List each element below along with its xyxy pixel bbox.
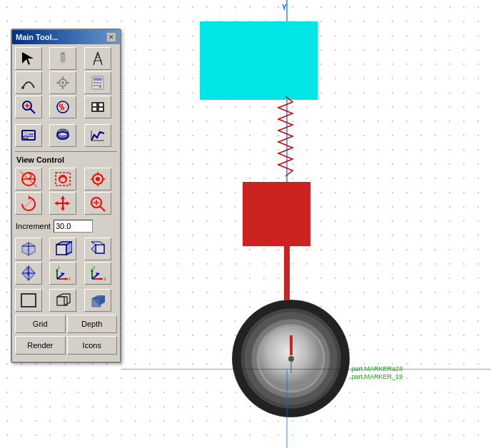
- toolbar-close-button[interactable]: ✕: [106, 32, 116, 42]
- v-axis-bottom: [286, 369, 288, 448]
- increment-label: Increment: [16, 222, 51, 230]
- cube-outline-button[interactable]: [49, 289, 76, 312]
- red-block: [243, 182, 310, 246]
- render-icons-row: Render Icons: [12, 335, 120, 356]
- monitor-tool-button[interactable]: [15, 124, 42, 147]
- spring-tool-button[interactable]: [49, 96, 76, 118]
- svg-rect-60: [56, 173, 70, 185]
- pencil-tool-button[interactable]: [49, 47, 76, 70]
- calculator-tool-button[interactable]: [84, 71, 111, 94]
- svg-marker-73: [61, 208, 65, 210]
- svg-marker-75: [66, 201, 69, 205]
- baseline: [121, 369, 491, 370]
- svg-rect-28: [66, 82, 69, 83]
- zoom-fit-button[interactable]: [84, 192, 111, 215]
- box-view-button[interactable]: [49, 238, 76, 260]
- svg-rect-110: [21, 294, 36, 307]
- svg-marker-97: [65, 278, 68, 280]
- rotate-y-button[interactable]: [49, 168, 76, 190]
- blue-cube-button[interactable]: [84, 289, 111, 312]
- grid-button[interactable]: Grid: [15, 315, 66, 333]
- view-control-label: View Control: [12, 153, 120, 165]
- svg-text:3: 3: [103, 277, 106, 281]
- corner-view-button[interactable]: [84, 238, 111, 260]
- svg-text:1: 1: [58, 265, 61, 270]
- 3d-view-row: X 3 1 1 3: [12, 235, 120, 287]
- svg-text:X: X: [26, 270, 31, 277]
- svg-line-38: [30, 108, 35, 113]
- svg-marker-105: [100, 278, 103, 280]
- svg-rect-111: [57, 297, 67, 305]
- cyan-block: [200, 21, 318, 100]
- rotate-z-button[interactable]: [15, 192, 42, 215]
- svg-rect-48: [24, 132, 28, 136]
- marker-label-1: .part.MARKERa23: [350, 365, 403, 372]
- square-outline-button[interactable]: [15, 289, 42, 312]
- increment-input[interactable]: [54, 220, 93, 233]
- pan-button[interactable]: [49, 192, 76, 215]
- tool-row-1: [12, 44, 120, 121]
- svg-rect-83: [56, 245, 66, 255]
- coil-tool-button[interactable]: [49, 124, 76, 147]
- svg-point-63: [96, 177, 100, 181]
- svg-rect-30: [93, 78, 102, 81]
- toolbar-title: Main Tool...: [16, 33, 59, 41]
- svg-line-18: [93, 52, 98, 65]
- svg-line-69: [23, 198, 34, 208]
- svg-rect-27: [56, 82, 59, 83]
- icons-button[interactable]: Icons: [67, 336, 118, 355]
- svg-rect-10: [290, 335, 293, 355]
- arrow-tool-button[interactable]: [15, 47, 42, 70]
- iso-view-button[interactable]: [15, 238, 42, 260]
- render-button[interactable]: Render: [15, 336, 66, 355]
- marker-label-2: .part.MARKER_19: [350, 373, 403, 380]
- graph-tool-button[interactable]: [84, 124, 111, 147]
- svg-marker-85: [66, 242, 72, 255]
- depth-button[interactable]: Depth: [67, 315, 118, 333]
- svg-rect-31: [93, 82, 96, 83]
- svg-marker-13: [22, 52, 34, 65]
- svg-text:1: 1: [69, 277, 71, 281]
- svg-text:2: 2: [93, 265, 96, 270]
- tool-row-4: [12, 121, 120, 150]
- xyz-axis-button[interactable]: 1 1: [49, 262, 76, 285]
- view-control-row-1: [12, 165, 120, 218]
- rotate-x-button[interactable]: [15, 168, 42, 190]
- diamond-view-button[interactable]: X 3: [15, 262, 42, 285]
- svg-point-22: [21, 86, 24, 89]
- curve-tool-button[interactable]: [15, 71, 42, 94]
- svg-marker-87: [91, 245, 96, 253]
- spring: [275, 96, 296, 182]
- gear-tool-button[interactable]: [49, 71, 76, 94]
- view-front-button[interactable]: [84, 168, 111, 190]
- svg-rect-32: [96, 82, 98, 83]
- svg-rect-36: [99, 85, 101, 88]
- svg-marker-16: [61, 62, 65, 66]
- toolbar-titlebar[interactable]: Main Tool... ✕: [12, 30, 120, 44]
- film-tool-button[interactable]: [84, 96, 111, 118]
- svg-line-77: [100, 206, 105, 211]
- svg-marker-74: [55, 201, 58, 205]
- svg-marker-112: [57, 294, 70, 305]
- svg-line-19: [98, 52, 102, 65]
- svg-rect-44: [99, 103, 103, 106]
- svg-rect-34: [93, 85, 96, 86]
- wheel-outer: [232, 300, 350, 417]
- increment-row: Increment: [12, 218, 120, 235]
- svg-marker-88: [91, 242, 104, 245]
- svg-point-24: [61, 81, 64, 84]
- svg-point-12: [288, 356, 294, 362]
- svg-rect-33: [99, 82, 101, 83]
- svg-rect-45: [93, 108, 96, 111]
- svg-rect-25: [62, 76, 64, 79]
- xyz2-axis-button[interactable]: 3 2: [84, 262, 111, 285]
- zoom-tool-button[interactable]: [15, 96, 42, 118]
- svg-marker-72: [61, 196, 65, 199]
- y-axis-label: Y: [282, 4, 287, 11]
- grid-depth-label-row: Grid Depth: [12, 313, 120, 335]
- svg-rect-26: [62, 86, 64, 89]
- svg-rect-46: [99, 108, 103, 111]
- compass-tool-button[interactable]: [84, 47, 111, 70]
- svg-rect-35: [96, 85, 98, 86]
- svg-rect-86: [96, 245, 104, 253]
